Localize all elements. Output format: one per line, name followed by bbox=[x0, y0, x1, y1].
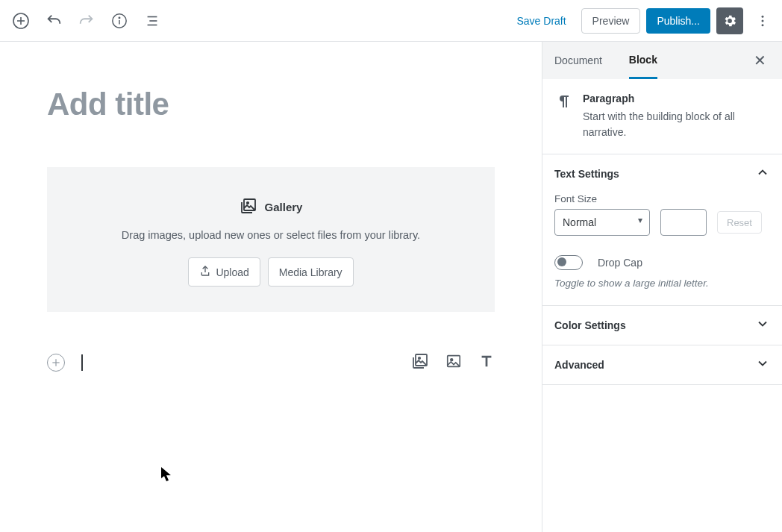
upload-button-label: Upload bbox=[216, 266, 248, 278]
redo-icon[interactable] bbox=[72, 6, 101, 36]
settings-sidebar: Document Block ✕ Paragraph Start with th… bbox=[542, 42, 782, 532]
svg-point-10 bbox=[762, 19, 764, 22]
gallery-description: Drag images, upload new ones or select f… bbox=[62, 229, 480, 241]
text-settings-body: Font Size Normal Reset Drop Cap Toggle t… bbox=[542, 193, 782, 306]
block-type-description: Start with the building block of all nar… bbox=[583, 109, 770, 140]
gallery-header: Gallery bbox=[62, 197, 480, 217]
outline-icon[interactable] bbox=[137, 6, 167, 36]
insert-block-icon[interactable] bbox=[47, 354, 65, 372]
toolbar-left bbox=[6, 6, 167, 36]
tab-document[interactable]: Document bbox=[554, 42, 602, 79]
font-size-custom-input[interactable] bbox=[660, 209, 707, 236]
reset-button[interactable]: Reset bbox=[717, 211, 762, 234]
paragraph-icon bbox=[554, 93, 572, 140]
block-description-panel: Paragraph Start with the building block … bbox=[542, 79, 782, 154]
drop-cap-hint: Toggle to show a large initial letter. bbox=[554, 278, 770, 289]
advanced-header[interactable]: Advanced bbox=[542, 345, 782, 385]
top-toolbar: Save Draft Preview Publish... bbox=[0, 0, 782, 42]
svg-point-17 bbox=[419, 357, 420, 359]
gallery-icon bbox=[240, 197, 257, 217]
post-title-input[interactable] bbox=[47, 87, 495, 122]
media-library-button[interactable]: Media Library bbox=[268, 257, 354, 287]
gallery-label: Gallery bbox=[265, 201, 303, 213]
svg-point-9 bbox=[762, 15, 764, 17]
info-icon[interactable] bbox=[104, 6, 134, 36]
drop-cap-label: Drop Cap bbox=[598, 257, 642, 269]
svg-point-13 bbox=[246, 202, 248, 204]
chevron-down-icon bbox=[755, 356, 770, 374]
more-options-icon[interactable] bbox=[749, 7, 776, 34]
text-caret[interactable] bbox=[81, 354, 83, 371]
add-block-icon[interactable] bbox=[6, 6, 36, 36]
advanced-title: Advanced bbox=[554, 359, 604, 371]
font-size-select[interactable]: Normal bbox=[554, 209, 650, 236]
image-shortcut-icon[interactable] bbox=[445, 352, 462, 372]
toolbar-right: Save Draft Preview Publish... bbox=[507, 7, 776, 34]
sidebar-tabs: Document Block ✕ bbox=[542, 42, 782, 79]
chevron-down-icon bbox=[755, 316, 770, 334]
tab-block[interactable]: Block bbox=[629, 42, 657, 79]
svg-point-19 bbox=[451, 359, 453, 361]
publish-button[interactable]: Publish... bbox=[646, 8, 710, 34]
block-type-title: Paragraph bbox=[583, 93, 770, 104]
upload-button[interactable]: Upload bbox=[188, 257, 260, 287]
editor-canvas: Gallery Drag images, upload new ones or … bbox=[0, 42, 542, 532]
drop-cap-toggle[interactable] bbox=[554, 255, 583, 270]
close-sidebar-icon[interactable]: ✕ bbox=[749, 50, 770, 71]
settings-icon[interactable] bbox=[716, 7, 743, 34]
gallery-shortcut-icon[interactable] bbox=[411, 352, 429, 372]
undo-icon[interactable] bbox=[39, 6, 69, 36]
upload-icon bbox=[199, 265, 211, 279]
block-shortcuts bbox=[411, 352, 495, 372]
empty-paragraph-row bbox=[47, 352, 495, 372]
main-area: Gallery Drag images, upload new ones or … bbox=[0, 42, 782, 532]
heading-shortcut-icon[interactable] bbox=[478, 352, 495, 372]
svg-point-11 bbox=[762, 24, 764, 26]
color-settings-header[interactable]: Color Settings bbox=[542, 306, 782, 345]
text-settings-title: Text Settings bbox=[554, 168, 619, 180]
color-settings-title: Color Settings bbox=[554, 319, 626, 331]
font-size-label: Font Size bbox=[554, 193, 770, 204]
text-settings-header[interactable]: Text Settings bbox=[542, 154, 782, 193]
gallery-block-placeholder[interactable]: Gallery Drag images, upload new ones or … bbox=[47, 167, 495, 312]
chevron-up-icon bbox=[755, 165, 770, 183]
svg-point-5 bbox=[119, 17, 119, 18]
save-draft-button[interactable]: Save Draft bbox=[507, 9, 575, 33]
preview-button[interactable]: Preview bbox=[581, 8, 641, 34]
